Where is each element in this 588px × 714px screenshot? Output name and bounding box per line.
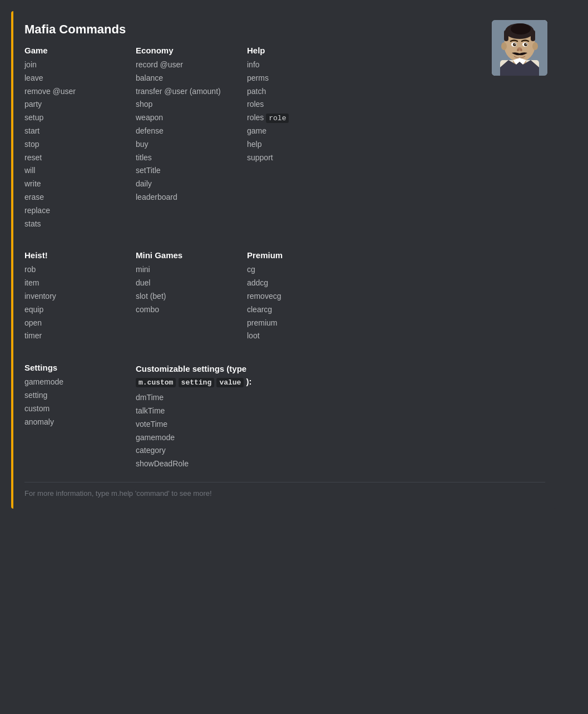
list-item: setTitle <box>136 164 225 178</box>
premium-commands: cg addcg removecg clearcg premium loot <box>247 263 336 343</box>
settings-header: Settings <box>24 363 113 372</box>
list-item: showDeadRole <box>136 457 545 471</box>
role-code: role <box>266 114 289 123</box>
list-item: leave <box>24 72 113 85</box>
list-item: item <box>24 277 113 290</box>
embed-container: Mafia Commands Game join leave remove @u… <box>11 11 556 509</box>
customizable-commands: dmTime talkTime voteTime gamemode catego… <box>136 391 545 471</box>
list-item: defense <box>136 125 225 138</box>
list-item: shop <box>136 98 225 111</box>
list-item: roles <box>247 98 336 111</box>
list-item: daily <box>136 178 225 191</box>
list-item: will <box>24 164 113 178</box>
svg-rect-5 <box>504 30 508 41</box>
list-item: removecg <box>247 290 336 303</box>
help-header: Help <box>247 46 336 55</box>
list-item: talkTime <box>136 405 545 418</box>
row2-section: Heist! rob item inventory equip open tim… <box>24 250 545 352</box>
economy-column: Economy record @user balance transfer @u… <box>136 46 225 230</box>
list-item: help <box>247 138 336 151</box>
list-item: replace <box>24 204 113 218</box>
svg-rect-6 <box>531 30 535 41</box>
list-item: rob <box>24 263 113 277</box>
list-item: equip <box>24 303 113 317</box>
list-item: reset <box>24 151 113 165</box>
list-item: write <box>24 178 113 191</box>
economy-commands: record @user balance transfer @user (amo… <box>136 58 225 204</box>
list-item: voteTime <box>136 418 545 431</box>
list-item: category <box>136 444 545 457</box>
game-commands: join leave remove @user party setup star… <box>24 58 113 230</box>
list-item: combo <box>136 303 225 317</box>
list-item: duel <box>136 277 225 290</box>
svg-point-9 <box>532 42 538 50</box>
customizable-section: Customizable settings (type m.custom set… <box>136 363 545 471</box>
value-code: value <box>216 378 244 387</box>
list-item: loot <box>247 329 336 343</box>
premium-column: Premium cg addcg removecg clearcg premiu… <box>247 250 336 343</box>
svg-point-7 <box>511 23 531 35</box>
list-item: stats <box>24 218 113 231</box>
embed-title: Mafia Commands <box>24 22 545 37</box>
minigames-column: Mini Games mini duel slot (bet) combo <box>136 250 225 343</box>
list-item: setup <box>24 111 113 125</box>
premium-header: Premium <box>247 250 336 260</box>
list-item: party <box>24 98 113 111</box>
list-item: leaderboard <box>136 191 225 204</box>
list-item: patch <box>247 85 336 99</box>
list-item: transfer @user (amount) <box>136 85 225 99</box>
row1-section: Game join leave remove @user party setup… <box>24 46 545 239</box>
game-header: Game <box>24 46 113 55</box>
svg-point-14 <box>515 43 516 45</box>
svg-point-17 <box>517 49 519 51</box>
list-item: addcg <box>247 277 336 290</box>
heist-column: Heist! rob item inventory equip open tim… <box>24 250 113 343</box>
list-item: dmTime <box>136 391 545 405</box>
list-item: info <box>247 58 336 72</box>
list-item: record @user <box>136 58 225 72</box>
list-item: open <box>24 317 113 330</box>
list-item: remove @user <box>24 85 113 99</box>
list-item: support <box>247 151 336 165</box>
list-item: start <box>24 125 113 138</box>
list-item: join <box>24 58 113 72</box>
list-item: balance <box>136 72 225 85</box>
customizable-header-text2: ): <box>246 377 252 386</box>
list-item: cg <box>247 263 336 277</box>
setting-code: setting <box>179 378 215 387</box>
list-item: erase <box>24 191 113 204</box>
heist-header: Heist! <box>24 250 113 260</box>
footer-text: For more information, type m.help 'comma… <box>24 482 545 498</box>
list-item: titles <box>136 151 225 165</box>
list-item: anomaly <box>24 416 113 429</box>
list-item: perms <box>247 72 336 85</box>
list-item: mini <box>136 263 225 277</box>
svg-point-8 <box>501 42 507 50</box>
row3-section: Settings gamemode setting custom anomaly… <box>24 363 545 471</box>
list-item: gamemode <box>24 376 113 389</box>
list-item: weapon <box>136 111 225 125</box>
minigames-header: Mini Games <box>136 250 225 260</box>
list-item: inventory <box>24 290 113 303</box>
svg-point-18 <box>520 49 522 51</box>
settings-commands: gamemode setting custom anomaly <box>24 376 113 429</box>
settings-column: Settings gamemode setting custom anomaly <box>24 363 113 462</box>
list-item: clearcg <box>247 303 336 317</box>
list-item: roles role <box>247 111 336 125</box>
mcustom-code: m.custom <box>136 378 176 387</box>
list-item: setting <box>24 389 113 402</box>
list-item: slot (bet) <box>136 290 225 303</box>
customizable-header: Customizable settings (type m.custom set… <box>136 363 545 388</box>
list-item: timer <box>24 329 113 343</box>
minigames-commands: mini duel slot (bet) combo <box>136 263 225 316</box>
list-item: stop <box>24 138 113 151</box>
svg-point-13 <box>524 43 527 46</box>
list-item: custom <box>24 402 113 416</box>
list-item: premium <box>247 317 336 330</box>
list-item: gamemode <box>136 431 545 445</box>
svg-point-12 <box>513 43 516 46</box>
help-commands: info perms patch roles roles role game h… <box>247 58 336 165</box>
svg-point-15 <box>526 43 527 45</box>
list-item: game <box>247 125 336 138</box>
economy-header: Economy <box>136 46 225 55</box>
